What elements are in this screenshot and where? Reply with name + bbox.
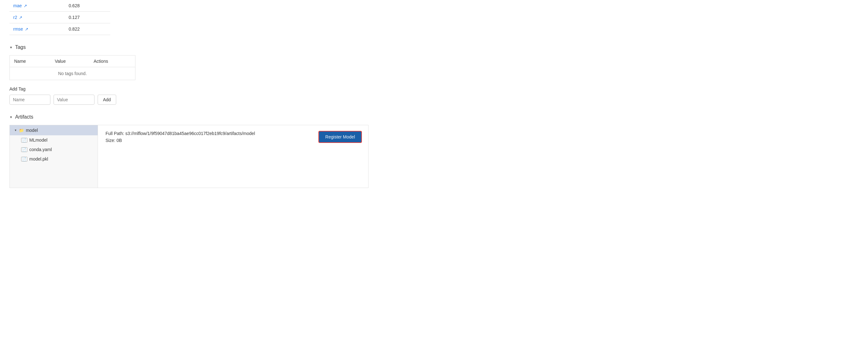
file-name-model-pkl: model.pkl bbox=[29, 157, 48, 162]
tags-col-name: Name bbox=[10, 56, 51, 67]
folder-icon: 📁 bbox=[19, 128, 24, 133]
tags-col-value: Value bbox=[51, 56, 89, 67]
no-tags-row: No tags found. bbox=[10, 67, 135, 80]
metrics-table: mae ↗ 0.628 r2 ↗ 0.127 rmse bbox=[9, 0, 110, 35]
register-model-button[interactable]: Register Model bbox=[318, 131, 362, 143]
tag-value-input[interactable] bbox=[54, 95, 94, 105]
file-name-mlmodel: MLmodel bbox=[29, 138, 48, 143]
full-path-value: s3://mlflow/1/9f59047d81ba45ae96cc017f2e… bbox=[125, 131, 255, 136]
metric-name-r2: r2 bbox=[13, 15, 17, 20]
tags-section-header: ▼ Tags bbox=[9, 45, 369, 50]
trend-icon-r2: ↗ bbox=[19, 15, 22, 20]
tree-folder-model[interactable]: ▼ 📁 model bbox=[10, 125, 98, 135]
tree-file-conda[interactable]: 📄 conda.yaml bbox=[10, 145, 98, 154]
tags-section: ▼ Tags Name Value Actions No tags found.… bbox=[9, 45, 369, 105]
artifacts-chevron-icon: ▼ bbox=[9, 115, 12, 119]
add-tag-button[interactable]: Add bbox=[98, 95, 116, 105]
artifacts-section-header: ▼ Artifacts bbox=[9, 114, 369, 120]
page-container: mae ↗ 0.628 r2 ↗ 0.127 rmse bbox=[0, 0, 378, 188]
full-path-label: Full Path: bbox=[105, 131, 124, 136]
folder-chevron-icon: ▼ bbox=[14, 129, 17, 132]
tag-name-input[interactable] bbox=[9, 95, 51, 105]
tags-table-header-row: Name Value Actions bbox=[10, 56, 135, 67]
folder-name: model bbox=[26, 128, 38, 133]
add-tag-form: Add bbox=[9, 95, 369, 105]
metric-value-rmse: 0.822 bbox=[65, 23, 110, 35]
artifacts-panel: ▼ 📁 model 📄 MLmodel 📄 conda.yaml 📄 model… bbox=[9, 125, 369, 188]
tree-file-mlmodel[interactable]: 📄 MLmodel bbox=[10, 135, 98, 145]
metric-link-rmse[interactable]: rmse ↗ bbox=[13, 27, 61, 32]
metric-row-mae: mae ↗ 0.628 bbox=[9, 0, 110, 12]
metric-row-rmse: rmse ↗ 0.822 bbox=[9, 23, 110, 35]
artifacts-detail: Full Path: s3://mlflow/1/9f59047d81ba45a… bbox=[98, 125, 368, 188]
tags-col-actions: Actions bbox=[89, 56, 135, 67]
metric-link-r2[interactable]: r2 ↗ bbox=[13, 15, 61, 20]
tags-chevron-icon: ▼ bbox=[9, 46, 12, 49]
artifacts-tree: ▼ 📁 model 📄 MLmodel 📄 conda.yaml 📄 model… bbox=[10, 125, 98, 188]
no-tags-message: No tags found. bbox=[10, 67, 135, 80]
artifacts-section-label: Artifacts bbox=[15, 114, 33, 120]
trend-icon-mae: ↗ bbox=[24, 3, 27, 8]
file-icon-model-pkl: 📄 bbox=[21, 157, 27, 162]
metric-value-mae: 0.628 bbox=[65, 0, 110, 12]
size-label: Size: bbox=[105, 138, 115, 143]
file-icon-conda: 📄 bbox=[21, 147, 27, 152]
tags-section-label: Tags bbox=[15, 45, 26, 50]
tags-table: Name Value Actions No tags found. bbox=[9, 55, 135, 80]
metric-link-mae[interactable]: mae ↗ bbox=[13, 3, 61, 8]
metric-name-mae: mae bbox=[13, 3, 22, 8]
artifacts-section: ▼ Artifacts ▼ 📁 model 📄 MLmodel 📄 conda.… bbox=[9, 114, 369, 188]
add-tag-label: Add Tag bbox=[9, 86, 369, 91]
metric-row-r2: r2 ↗ 0.127 bbox=[9, 12, 110, 23]
trend-icon-rmse: ↗ bbox=[25, 27, 28, 32]
tree-file-model-pkl[interactable]: 📄 model.pkl bbox=[10, 154, 98, 164]
file-icon-mlmodel: 📄 bbox=[21, 138, 27, 143]
metric-name-rmse: rmse bbox=[13, 27, 23, 32]
size-value: 0B bbox=[117, 138, 122, 143]
file-name-conda: conda.yaml bbox=[29, 147, 52, 152]
metric-value-r2: 0.127 bbox=[65, 12, 110, 23]
